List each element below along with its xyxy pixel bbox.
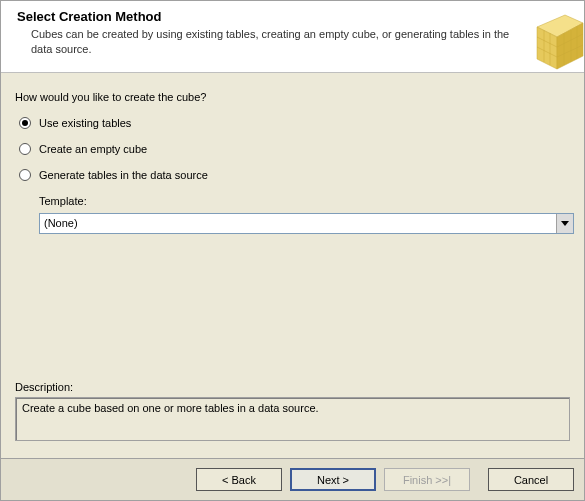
dialog-header: Select Creation Method Cubes can be crea… [1,1,584,73]
option-label: Use existing tables [39,117,131,129]
description-section: Description: Create a cube based on one … [15,381,570,441]
radio-icon [19,169,31,181]
finish-button: Finish >>| [384,468,470,491]
cube-icon [509,1,584,73]
dropdown-button[interactable] [556,214,573,233]
chevron-down-icon [561,221,569,226]
next-button[interactable]: Next > [290,468,376,491]
header-description: Cubes can be created by using existing t… [31,27,512,57]
radio-icon [19,117,31,129]
template-combobox[interactable]: (None) [39,213,574,234]
option-label: Generate tables in the data source [39,169,208,181]
cancel-button[interactable]: Cancel [488,468,574,491]
description-label: Description: [15,381,570,393]
template-section: Template: (None) [39,195,570,234]
option-create-empty[interactable]: Create an empty cube [19,143,570,155]
description-text: Create a cube based on one or more table… [22,402,319,414]
template-label: Template: [39,195,570,207]
template-value: (None) [40,214,556,233]
option-use-existing[interactable]: Use existing tables [19,117,570,129]
wizard-dialog: Select Creation Method Cubes can be crea… [0,0,585,501]
dialog-body: How would you like to create the cube? U… [1,73,584,234]
radio-icon [19,143,31,155]
description-box: Create a cube based on one or more table… [15,397,570,441]
option-label: Create an empty cube [39,143,147,155]
option-generate-tables[interactable]: Generate tables in the data source [19,169,570,181]
header-title: Select Creation Method [17,9,584,24]
question-label: How would you like to create the cube? [15,91,570,103]
back-button[interactable]: < Back [196,468,282,491]
dialog-footer: < Back Next > Finish >>| Cancel [1,458,584,500]
